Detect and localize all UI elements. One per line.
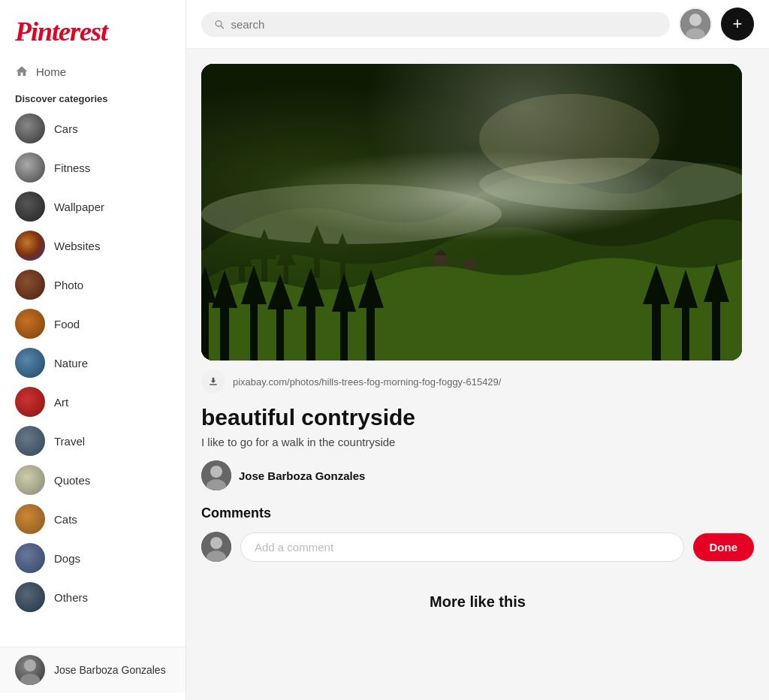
svg-marker-37 (674, 270, 698, 308)
sidebar-item-art[interactable]: Art (0, 382, 185, 421)
comment-user-avatar (201, 532, 231, 562)
svg-point-45 (210, 466, 222, 478)
svg-rect-14 (284, 263, 288, 284)
sidebar-item-quotes[interactable]: Quotes (0, 460, 185, 499)
category-label-art: Art (54, 396, 68, 409)
author-name: Jose Barboza Gonzales (239, 469, 365, 482)
category-label-websites: Websites (54, 240, 100, 252)
pin-image (201, 64, 742, 361)
sidebar-item-nature[interactable]: Nature (0, 343, 185, 382)
comment-avatar-icon (201, 532, 231, 562)
author-avatar (201, 460, 231, 490)
category-label-travel: Travel (54, 435, 85, 448)
topbar: + (186, 0, 769, 49)
pin-image-wrapper (201, 64, 742, 361)
pin-description: I like to go for a walk in the countrysi… (201, 436, 754, 448)
add-button[interactable]: + (721, 8, 754, 41)
svg-rect-20 (201, 297, 209, 361)
sidebar-profile[interactable]: Jose Barboza Gonzales (0, 647, 185, 692)
svg-rect-36 (682, 304, 689, 361)
category-avatar-cars (15, 113, 45, 143)
svg-rect-38 (712, 298, 720, 361)
svg-rect-22 (220, 304, 229, 361)
logo: Pinterest (0, 0, 185, 59)
pin-content-area: pixabay.com/photos/hills-trees-fog-morni… (186, 49, 769, 633)
topbar-avatar-icon (680, 8, 710, 41)
svg-marker-23 (212, 270, 237, 308)
svg-marker-19 (332, 233, 353, 261)
sidebar-item-wallpaper[interactable]: Wallpaper (0, 187, 185, 226)
svg-rect-6 (201, 64, 742, 361)
profile-avatar-icon (15, 655, 45, 685)
svg-point-7 (261, 150, 682, 240)
svg-point-4 (689, 14, 701, 26)
search-input[interactable] (231, 18, 658, 31)
category-label-dogs: Dogs (54, 552, 80, 565)
sidebar-item-cars[interactable]: Cars (0, 109, 185, 148)
svg-marker-17 (305, 225, 329, 255)
category-avatar-dogs (15, 543, 45, 573)
svg-rect-40 (434, 255, 448, 266)
category-label-food: Food (54, 318, 80, 330)
topbar-user-avatar[interactable] (679, 8, 712, 41)
svg-rect-34 (652, 300, 661, 361)
svg-marker-11 (231, 237, 252, 267)
sidebar-item-websites[interactable]: Websites (0, 226, 185, 265)
sidebar-profile-avatar (15, 655, 45, 685)
svg-marker-39 (704, 263, 729, 302)
svg-point-1 (24, 659, 36, 671)
pin-author-row: Jose Barboza Gonzales (201, 460, 754, 490)
sidebar-item-cats[interactable]: Cats (0, 499, 185, 539)
svg-rect-12 (261, 255, 267, 282)
category-avatar-wallpaper (15, 192, 45, 222)
svg-point-43 (479, 94, 659, 184)
svg-rect-30 (340, 308, 348, 361)
svg-marker-13 (252, 229, 276, 259)
category-label-others: Others (54, 591, 88, 604)
svg-rect-32 (366, 304, 375, 361)
svg-rect-18 (340, 258, 345, 280)
comment-input[interactable] (240, 533, 684, 562)
sidebar-item-others[interactable]: Others (0, 578, 185, 617)
main-content: + (186, 0, 769, 700)
category-avatar-food (15, 309, 45, 339)
svg-marker-27 (267, 274, 293, 309)
comment-input-row: Done (201, 532, 754, 562)
sidebar-item-travel[interactable]: Travel (0, 421, 185, 460)
sidebar-item-photo[interactable]: Photo (0, 265, 185, 304)
categories-list: Cars Fitness Wallpaper Websites Photo Fo… (0, 109, 185, 617)
category-avatar-websites (15, 231, 45, 261)
category-avatar-cats (15, 504, 45, 534)
category-avatar-fitness (15, 152, 45, 183)
home-nav-item[interactable]: Home (0, 59, 185, 84)
categories-section-title: Discover categories (0, 84, 185, 109)
category-label-quotes: Quotes (54, 474, 90, 487)
sidebar-item-dogs[interactable]: Dogs (0, 539, 185, 578)
svg-marker-33 (358, 270, 384, 308)
category-label-cars: Cars (54, 122, 78, 135)
sidebar-item-fitness[interactable]: Fitness (0, 148, 185, 187)
download-button[interactable] (201, 370, 225, 394)
done-button[interactable]: Done (693, 533, 755, 561)
source-url: pixabay.com/photos/hills-trees-fog-morni… (233, 376, 501, 388)
author-avatar-icon (201, 460, 231, 490)
home-label: Home (36, 65, 66, 78)
svg-text:Pinterest: Pinterest (15, 17, 109, 45)
category-label-wallpaper: Wallpaper (54, 201, 104, 213)
comments-section: Comments Done (201, 505, 754, 562)
category-avatar-travel (15, 426, 45, 456)
svg-point-9 (479, 158, 742, 210)
sidebar-item-food[interactable]: Food (0, 304, 185, 343)
category-avatar-others (15, 582, 45, 612)
search-bar[interactable] (201, 12, 670, 37)
category-label-photo: Photo (54, 279, 83, 291)
category-avatar-art (15, 387, 45, 417)
svg-marker-25 (241, 265, 267, 304)
svg-rect-28 (306, 303, 315, 361)
pin-title: beautiful contryside (201, 404, 754, 431)
download-icon (207, 376, 219, 388)
svg-rect-16 (314, 252, 320, 278)
category-label-fitness: Fitness (54, 161, 90, 174)
pinterest-logo: Pinterest (15, 23, 113, 50)
svg-marker-35 (643, 265, 670, 304)
